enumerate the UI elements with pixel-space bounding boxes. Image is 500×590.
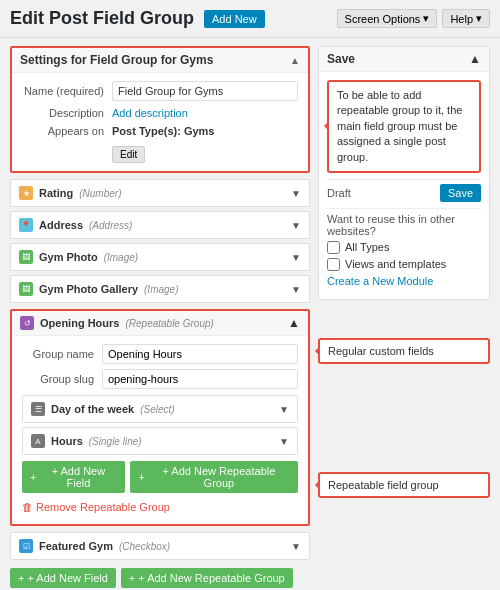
field-row-day: ☰ Day of the week (Select) ▼ xyxy=(22,395,298,423)
repeat-icon: ↺ xyxy=(20,316,34,330)
all-types-checkbox[interactable] xyxy=(327,241,340,254)
name-label: Name (required) xyxy=(22,85,112,97)
page-title: Edit Post Field Group xyxy=(10,8,194,29)
annotation-repeatable-text: Repeatable field group xyxy=(328,479,439,491)
views-templates-checkbox[interactable] xyxy=(327,258,340,271)
left-column: Settings for Field Group for Gyms ▲ Name… xyxy=(10,46,310,560)
bottom-add-field-button[interactable]: + + Add New Field xyxy=(10,568,116,588)
field-row-gym-photo-gallery: 🖼 Gym Photo Gallery (Image) ▼ xyxy=(10,275,310,303)
save-draft-row: Draft Save xyxy=(327,184,481,202)
inner-fields: ☰ Day of the week (Select) ▼ A Hours (Si… xyxy=(22,395,298,455)
reuse-label: Want to reuse this in other websites? xyxy=(327,213,481,237)
address-icon: 📍 xyxy=(19,218,33,232)
annotation-repeatable: Repeatable field group xyxy=(318,472,490,498)
field-row-rating: ★ Rating (Number) ▼ xyxy=(10,179,310,207)
tooltip-bubble: To be able to add repeatable group to it… xyxy=(327,80,481,173)
description-row: Description Add description xyxy=(22,107,298,119)
add-field-button[interactable]: + + Add New Field xyxy=(22,461,125,493)
trash-icon: 🗑 xyxy=(22,501,33,513)
views-templates-label: Views and templates xyxy=(345,258,446,270)
chevron-down-icon: ▼ xyxy=(291,220,301,231)
help-button[interactable]: Help ▾ xyxy=(442,9,490,28)
repeatable-panel-header[interactable]: ↺ Opening Hours (Repeatable Group) ▲ xyxy=(12,311,308,336)
chevron-down-icon: ▾ xyxy=(476,12,482,25)
repeatable-group-type: (Repeatable Group) xyxy=(125,318,213,329)
collapse-icon: ▲ xyxy=(469,52,481,66)
settings-panel-body: Name (required) Description Add descript… xyxy=(12,73,308,171)
save-panel-body: To be able to add repeatable group to it… xyxy=(319,72,489,299)
rating-icon: ★ xyxy=(19,186,33,200)
field-row-gym-photo: 🖼 Gym Photo (Image) ▼ xyxy=(10,243,310,271)
views-templates-row: Views and templates xyxy=(327,258,481,271)
group-name-label: Group name xyxy=(22,348,102,360)
collapse-icon: ▲ xyxy=(290,55,300,66)
annotation-regular-text: Regular custom fields xyxy=(328,345,434,357)
appears-on-row: Appears on Post Type(s): Gyms xyxy=(22,125,298,137)
bottom-buttons: + + Add New Field + + Add New Repeatable… xyxy=(0,568,500,590)
text-icon: A xyxy=(31,434,45,448)
field-type-gym-photo-gallery: (Image) xyxy=(144,284,178,295)
draft-label: Draft xyxy=(327,187,351,199)
edit-button[interactable]: Edit xyxy=(112,146,145,163)
chevron-down-icon: ▾ xyxy=(423,12,429,25)
chevron-down-icon: ▼ xyxy=(291,541,301,552)
right-column: Save ▲ To be able to add repeatable grou… xyxy=(318,46,490,560)
field-row-address: 📍 Address (Address) ▼ xyxy=(10,211,310,239)
checkbox-icon: ☑ xyxy=(19,539,33,553)
appears-on-value: Post Type(s): Gyms xyxy=(112,125,215,137)
repeatable-group-name: Opening Hours xyxy=(40,317,119,329)
field-name-day: Day of the week xyxy=(51,403,134,415)
repeatable-group-body: Group name Group slug ☰ Day of the week … xyxy=(12,336,308,524)
main-layout: Settings for Field Group for Gyms ▲ Name… xyxy=(0,38,500,568)
collapse-icon: ▲ xyxy=(288,316,300,330)
create-module-link[interactable]: Create a New Module xyxy=(327,275,481,287)
chevron-down-icon: ▼ xyxy=(291,188,301,199)
remove-row: 🗑 Remove Repeatable Group xyxy=(22,498,298,516)
settings-panel: Settings for Field Group for Gyms ▲ Name… xyxy=(10,46,310,173)
chevron-down-icon: ▼ xyxy=(291,252,301,263)
field-type-address: (Address) xyxy=(89,220,132,231)
plus-icon: + xyxy=(138,471,144,483)
save-button[interactable]: Save xyxy=(440,184,481,202)
save-panel-title: Save xyxy=(327,52,355,66)
edit-btn-row: Edit xyxy=(22,143,298,163)
group-slug-row: Group slug xyxy=(22,369,298,389)
regular-fields-group: ★ Rating (Number) ▼ 📍 Address (Address) … xyxy=(10,179,310,303)
settings-panel-header[interactable]: Settings for Field Group for Gyms ▲ xyxy=(12,48,308,73)
group-slug-input[interactable] xyxy=(102,369,298,389)
name-input[interactable] xyxy=(112,81,298,101)
remove-repeatable-group-button[interactable]: 🗑 Remove Repeatable Group xyxy=(22,498,170,516)
field-row-hours: A Hours (Single line) ▼ xyxy=(22,427,298,455)
plus-icon: + xyxy=(30,471,36,483)
gallery-icon: 🖼 xyxy=(19,282,33,296)
page-header: Edit Post Field Group Add New Screen Opt… xyxy=(0,0,500,38)
image-icon: 🖼 xyxy=(19,250,33,264)
field-name-hours: Hours xyxy=(51,435,83,447)
plus-icon: + xyxy=(129,572,135,584)
add-new-button[interactable]: Add New xyxy=(204,10,265,28)
save-panel: Save ▲ To be able to add repeatable grou… xyxy=(318,46,490,300)
field-type-day: (Select) xyxy=(140,404,174,415)
add-repeatable-group-button[interactable]: + + Add New Repeatable Group xyxy=(130,461,298,493)
annotation-repeatable-spacer: Repeatable field group xyxy=(318,472,490,498)
description-label: Description xyxy=(22,107,112,119)
settings-panel-title: Settings for Field Group for Gyms xyxy=(20,53,213,67)
group-action-buttons: + + Add New Field + + Add New Repeatable… xyxy=(22,461,298,493)
screen-options-button[interactable]: Screen Options ▾ xyxy=(337,9,438,28)
field-type-hours: (Single line) xyxy=(89,436,142,447)
field-type-rating: (Number) xyxy=(79,188,121,199)
add-description-link[interactable]: Add description xyxy=(112,107,188,119)
bottom-add-group-button[interactable]: + + Add New Repeatable Group xyxy=(121,568,293,588)
all-types-label: All Types xyxy=(345,241,389,253)
repeatable-group-panel: ↺ Opening Hours (Repeatable Group) ▲ Gro… xyxy=(10,309,310,526)
field-name-gym-photo-gallery: Gym Photo Gallery xyxy=(39,283,138,295)
field-type-featured-gym: (Checkbox) xyxy=(119,541,170,552)
screen-options-area: Screen Options ▾ Help ▾ xyxy=(337,9,490,28)
select-icon: ☰ xyxy=(31,402,45,416)
field-name-rating: Rating xyxy=(39,187,73,199)
appears-on-label: Appears on xyxy=(22,125,112,137)
all-types-row: All Types xyxy=(327,241,481,254)
field-row-featured-gym: ☑ Featured Gym (Checkbox) ▼ xyxy=(10,532,310,560)
chevron-down-icon: ▼ xyxy=(291,284,301,295)
group-name-input[interactable] xyxy=(102,344,298,364)
